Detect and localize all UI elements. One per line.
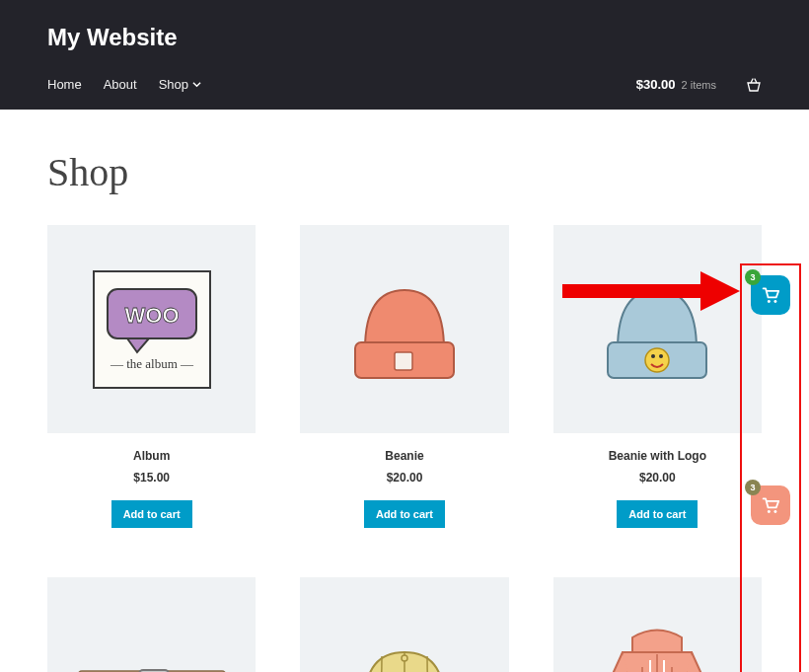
product-card[interactable]: WOO — the album — Album $15.00 Add to ca…	[47, 225, 256, 528]
svg-point-16	[402, 655, 407, 661]
product-image	[553, 577, 762, 672]
cart-items-count: 2 items	[682, 79, 716, 91]
add-to-cart-button[interactable]: Add to cart	[364, 500, 445, 528]
svg-text:WOO: WOO	[124, 303, 179, 328]
product-card[interactable]: Beanie with Logo $20.00 Add to cart	[553, 225, 762, 528]
product-card[interactable]	[47, 577, 256, 672]
site-header: My Website Home About Shop $30.00 2 item…	[0, 0, 809, 110]
nav-home[interactable]: Home	[47, 77, 82, 92]
svg-text:— the   album —: — the album —	[110, 356, 194, 371]
product-image	[553, 225, 762, 433]
svg-point-10	[651, 354, 655, 358]
product-card[interactable]: Beanie $20.00 Add to cart	[300, 225, 508, 528]
product-name: Album	[47, 449, 256, 463]
nav-left: Home About Shop	[47, 77, 201, 92]
cart-badge: 3	[745, 269, 761, 285]
nav-shop[interactable]: Shop	[159, 77, 201, 92]
nav-about[interactable]: About	[104, 77, 137, 92]
cart-summary[interactable]: $30.00 2 items	[636, 77, 716, 92]
product-price: $20.00	[300, 471, 508, 485]
product-image: WOO — the album —	[47, 225, 256, 433]
chevron-down-icon	[192, 80, 201, 89]
product-image	[47, 577, 256, 672]
svg-rect-7	[395, 352, 412, 370]
product-card[interactable]	[300, 577, 508, 672]
product-name: Beanie	[300, 449, 508, 463]
basket-icon[interactable]	[746, 78, 762, 92]
svg-point-20	[773, 300, 776, 303]
product-name: Beanie with Logo	[553, 449, 762, 463]
add-to-cart-button[interactable]: Add to cart	[111, 500, 192, 528]
page-title: Shop	[47, 149, 762, 195]
product-card[interactable]	[553, 577, 762, 672]
floating-cart-button-teal[interactable]: 3	[751, 275, 790, 315]
svg-point-21	[768, 510, 771, 513]
svg-point-19	[768, 300, 771, 303]
cart-icon	[761, 496, 780, 514]
site-title[interactable]: My Website	[47, 24, 762, 51]
svg-point-11	[659, 354, 663, 358]
cart-badge: 3	[745, 480, 761, 495]
product-price: $20.00	[553, 471, 762, 485]
floating-cart-panel-annotation: 3 3 3	[740, 263, 801, 672]
floating-cart-button-coral[interactable]: 3	[751, 485, 790, 525]
nav-right: $30.00 2 items	[636, 77, 762, 92]
svg-point-22	[773, 510, 776, 513]
main-content: Shop WOO — the album — Album $15.00 Add …	[0, 110, 809, 672]
svg-point-9	[645, 348, 669, 372]
cart-total: $30.00	[636, 77, 676, 92]
nav-row: Home About Shop $30.00 2 items	[47, 77, 762, 92]
product-price: $15.00	[47, 471, 256, 485]
nav-shop-label: Shop	[159, 77, 188, 92]
add-to-cart-button[interactable]: Add to cart	[617, 500, 698, 528]
product-image	[300, 225, 508, 433]
cart-icon	[761, 286, 780, 304]
product-image	[300, 577, 508, 672]
product-grid: WOO — the album — Album $15.00 Add to ca…	[47, 225, 762, 672]
